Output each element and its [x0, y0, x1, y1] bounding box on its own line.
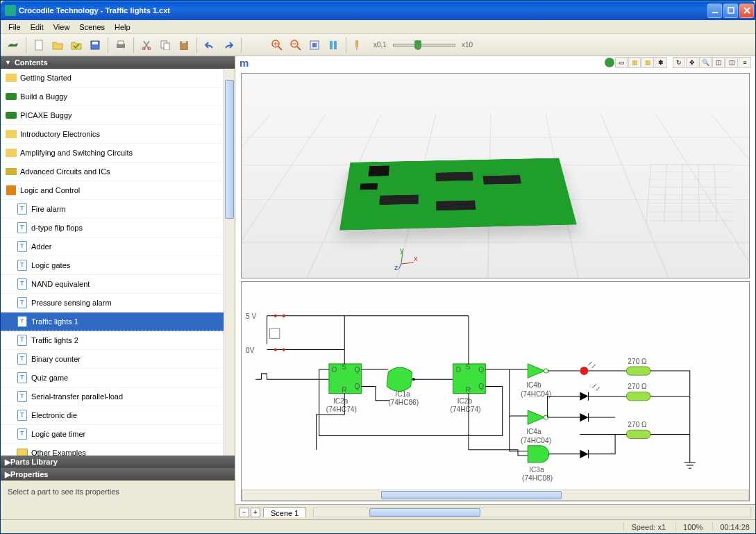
scene-scrollbar[interactable] — [313, 508, 751, 517]
tree-item-other-examples[interactable]: Other Examples — [1, 444, 224, 456]
scene-zoom-out[interactable]: − — [240, 508, 249, 517]
svg-rect-4 — [92, 42, 98, 44]
svg-text:(74HC04): (74HC04) — [521, 437, 551, 444]
croc-icon[interactable] — [5, 37, 22, 53]
new-button[interactable] — [31, 37, 47, 53]
close-button[interactable] — [739, 3, 754, 18]
save-button[interactable] — [87, 37, 103, 53]
yel-icon — [5, 72, 17, 83]
tree-item-getting-started[interactable]: Getting Started — [1, 69, 224, 87]
fit-button[interactable] — [306, 37, 323, 53]
tree-item-build-a-buggy[interactable]: Build a Buggy — [1, 87, 224, 106]
svg-text:(74HC04): (74HC04) — [521, 390, 551, 398]
svg-rect-2 — [35, 40, 42, 50]
tree-item-label: Traffic lights 1 — [31, 317, 78, 326]
tree-item-label: Other Examples — [31, 449, 86, 456]
tree-item-electronic-die[interactable]: Electronic die — [1, 406, 224, 425]
workspace: m ▭ ▦ ▦ ✽ ↻ ✥ 🔍 ◫ ◫ ≡ — [235, 56, 755, 519]
tree-scrollbar[interactable] — [224, 69, 235, 456]
view-cube1-icon[interactable]: ◫ — [712, 57, 725, 68]
tree-item-adder[interactable]: Adder — [1, 237, 224, 256]
svg-text:S: S — [342, 363, 346, 371]
pcb-board — [339, 158, 577, 231]
view-toolbar: m ▭ ▦ ▦ ✽ ↻ ✥ 🔍 ◫ ◫ ≡ — [235, 56, 755, 69]
tree-item-d-type-flip-flops[interactable]: d-type flip flops — [1, 219, 224, 237]
view-grid2-icon[interactable]: ▦ — [641, 57, 654, 68]
svg-text:IC4a: IC4a — [526, 428, 541, 435]
view-list-icon[interactable]: ≡ — [739, 57, 751, 68]
paste-button[interactable] — [176, 37, 192, 53]
scene-tab-1[interactable]: Scene 1 — [263, 507, 306, 517]
menu-file[interactable]: File — [3, 22, 26, 33]
page-icon — [16, 353, 28, 365]
redo-button[interactable] — [220, 37, 237, 53]
tree-item-introductory-electronics[interactable]: Introductory Electronics — [1, 125, 224, 144]
contents-panel-header[interactable]: ▼Contents — [1, 56, 235, 69]
schematic-h-scrollbar[interactable] — [242, 490, 749, 501]
page-icon — [16, 372, 28, 383]
zoom-out-button[interactable] — [287, 37, 304, 53]
pause-button[interactable] — [325, 37, 342, 53]
maximize-button[interactable] — [723, 3, 738, 18]
view-select-icon[interactable]: ▭ — [615, 57, 628, 68]
svg-text:D: D — [456, 366, 461, 374]
print-button[interactable] — [112, 37, 129, 53]
view-zoom-icon[interactable]: 🔍 — [699, 57, 712, 68]
tree-item-binary-counter[interactable]: Binary counter — [1, 350, 224, 369]
tree-item-traffic-lights-2[interactable]: Traffic lights 2 — [1, 331, 224, 350]
tree-item-quiz-game[interactable]: Quiz game — [1, 369, 224, 387]
view-pan-icon[interactable]: ✥ — [686, 57, 698, 68]
tree-item-logic-gates[interactable]: Logic gates — [1, 256, 224, 275]
parts-panel-header[interactable]: ▶Parts Library — [1, 456, 235, 468]
speed-slider[interactable] — [393, 44, 455, 47]
svg-text:Q: Q — [478, 366, 484, 374]
undo-button[interactable] — [201, 37, 218, 53]
green-icon — [5, 91, 17, 102]
view-grid1-icon[interactable]: ▦ — [628, 57, 641, 68]
3d-viewport[interactable]: xyz — [241, 73, 750, 278]
schematic-viewport[interactable]: 5 V 0V D S R Q Q IC — [241, 281, 750, 501]
page-icon — [16, 260, 28, 271]
tree-item-traffic-lights-1[interactable]: Traffic lights 1 — [1, 312, 224, 331]
tree-item-advanced-circuits-and-ics[interactable]: Advanced Circuits and ICs — [1, 162, 224, 181]
view-center-icon[interactable]: ✽ — [655, 57, 667, 68]
tree-item-logic-and-control[interactable]: Logic and Control — [1, 181, 224, 200]
svg-point-27 — [274, 349, 277, 351]
view-refresh-icon[interactable]: ↻ — [673, 57, 685, 68]
svg-text:5 V: 5 V — [246, 312, 256, 320]
speed-max-label: x10 — [462, 41, 473, 49]
tree-item-picaxe-buggy[interactable]: PICAXE Buggy — [1, 106, 224, 125]
tree-item-logic-gate-timer[interactable]: Logic gate timer — [1, 425, 224, 444]
open-examples-button[interactable] — [68, 37, 85, 53]
svg-text:Q: Q — [354, 383, 360, 390]
svg-rect-62 — [626, 430, 650, 438]
view-cube2-icon[interactable]: ◫ — [725, 57, 738, 68]
minimize-button[interactable] — [707, 3, 722, 18]
menu-help[interactable]: Help — [110, 22, 135, 33]
tree-item-label: Logic and Control — [20, 186, 80, 194]
zoom-in-button[interactable] — [269, 37, 285, 53]
properties-panel-header[interactable]: ▶Properties — [1, 468, 235, 481]
tree-item-label: Pressure sensing alarm — [31, 299, 112, 307]
copy-button[interactable] — [157, 37, 174, 53]
tree-item-fire-alarm[interactable]: Fire alarm — [1, 200, 224, 219]
svg-text:IC1a: IC1a — [395, 390, 410, 398]
menu-view[interactable]: View — [49, 22, 75, 33]
tree-item-pressure-sensing-alarm[interactable]: Pressure sensing alarm — [1, 294, 224, 312]
svg-text:IC4b: IC4b — [526, 381, 541, 389]
tree-item-amplifying-and-switching-circuits[interactable]: Amplifying and Switching Circuits — [1, 144, 224, 162]
scene-zoom-in[interactable]: + — [251, 508, 260, 517]
window-title: Crocodile Technology - Traffic lights 1.… — [19, 6, 170, 15]
tree-item-serial-transfer-parallel-load[interactable]: Serial-transfer parallel-load — [1, 387, 224, 406]
open-button[interactable] — [49, 37, 66, 53]
menu-edit[interactable]: Edit — [26, 22, 49, 33]
probe-button[interactable] — [351, 37, 367, 53]
cut-button[interactable] — [138, 37, 155, 53]
menu-scenes[interactable]: Scenes — [74, 22, 110, 33]
tree-item-label: Logic gates — [31, 261, 70, 269]
speed-min-label: x0,1 — [373, 41, 387, 49]
tree-item-nand-equivalent[interactable]: NAND equivalent — [1, 275, 224, 294]
view-globe-icon[interactable] — [605, 58, 614, 67]
tree-item-label: PICAXE Buggy — [20, 111, 72, 119]
svg-text:270 Ω: 270 Ω — [628, 383, 647, 390]
